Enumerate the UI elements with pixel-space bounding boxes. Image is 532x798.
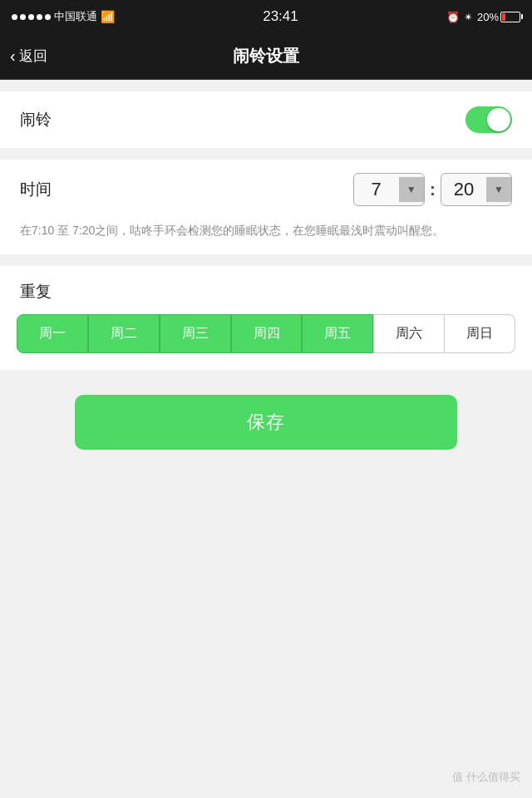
save-section: 保存 (0, 370, 532, 475)
battery-percent: 20% (477, 11, 499, 23)
wifi-icon: 📶 (101, 10, 115, 23)
status-time: 23:41 (263, 8, 298, 25)
minute-value: 20 (441, 174, 486, 205)
battery-fill (502, 13, 505, 21)
day-button-0[interactable]: 周一 (17, 314, 88, 353)
battery-icon (500, 12, 520, 22)
day-button-1[interactable]: 周二 (88, 314, 160, 353)
day-button-6[interactable]: 周日 (445, 314, 515, 353)
time-pickers: 7 ▼ : 20 ▼ (353, 173, 512, 206)
hour-value: 7 (354, 174, 399, 205)
alarm-section: 闹铃 (0, 91, 532, 148)
alarm-clock-icon: ⏰ (446, 11, 460, 23)
alarm-row: 闹铃 (0, 91, 532, 148)
day-button-3[interactable]: 周四 (231, 314, 303, 353)
day-button-5[interactable]: 周六 (373, 314, 445, 353)
time-label: 时间 (20, 179, 52, 200)
toggle-knob (487, 108, 510, 131)
alarm-label: 闹铃 (20, 109, 52, 131)
status-left: 中国联通 📶 (12, 9, 115, 24)
status-right: ⏰ ✴ 20% (446, 11, 520, 23)
time-separator: : (430, 179, 436, 200)
time-section: 时间 7 ▼ : 20 ▼ 在7:10 至 7:20之间，咕咚手环会检测您的睡眠… (0, 160, 532, 254)
hour-down-arrow[interactable]: ▼ (399, 177, 424, 202)
watermark: 值 什么值得买 (452, 770, 520, 785)
day-button-2[interactable]: 周三 (160, 314, 231, 353)
battery-container: 20% (477, 11, 520, 23)
alarm-toggle[interactable] (466, 106, 512, 133)
content: 闹铃 时间 7 ▼ : 20 ▼ 在7:10 至 7:20之间，咕咚手环会检测您… (0, 91, 532, 475)
signal-dots (12, 14, 51, 20)
chevron-left-icon: ‹ (10, 47, 16, 66)
save-button[interactable]: 保存 (75, 395, 457, 450)
time-row: 时间 7 ▼ : 20 ▼ (0, 160, 532, 219)
repeat-section: 重复 周一周二周三周四周五周六周日 (0, 266, 532, 370)
minute-down-arrow[interactable]: ▼ (486, 177, 511, 202)
status-bar: 中国联通 📶 23:41 ⏰ ✴ 20% (0, 0, 532, 33)
page-title: 闹铃设置 (233, 45, 299, 67)
bluetooth-icon: ✴ (464, 11, 473, 23)
repeat-label: 重复 (20, 283, 52, 300)
back-button[interactable]: ‹ 返回 (10, 47, 47, 66)
nav-bar: ‹ 返回 闹铃设置 (0, 33, 532, 80)
alarm-description: 在7:10 至 7:20之间，咕咚手环会检测您的睡眠状态，在您睡眠最浅时震动叫醒… (0, 219, 532, 254)
minute-picker[interactable]: 20 ▼ (441, 173, 512, 206)
day-button-4[interactable]: 周五 (302, 314, 373, 353)
hour-picker[interactable]: 7 ▼ (353, 173, 425, 206)
back-label: 返回 (19, 47, 47, 66)
carrier-label: 中国联通 (54, 9, 97, 24)
repeat-label-row: 重复 (0, 266, 532, 314)
days-row: 周一周二周三周四周五周六周日 (0, 314, 532, 370)
